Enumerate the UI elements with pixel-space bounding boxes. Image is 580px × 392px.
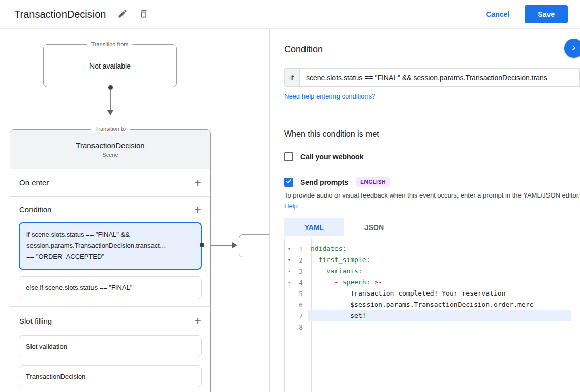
code-line[interactable]: ▾4 - speech: >- — [285, 277, 571, 288]
on-enter-label: On enter — [19, 178, 49, 187]
line-number: 1 — [294, 245, 307, 253]
editor-tabs: YAML JSON — [284, 218, 404, 236]
slot-card[interactable]: TransactionDecision — [19, 365, 202, 387]
code-text: variants: — [308, 266, 571, 277]
code-line[interactable]: 8 — [285, 321, 571, 333]
chevron-right-icon — [569, 43, 579, 54]
send-prompts-label: Send prompts — [300, 178, 348, 186]
code-text: Transaction completed! Your reservation — [308, 288, 571, 299]
webhook-row: Call your webhook — [284, 152, 363, 161]
line-number: 4 — [294, 279, 307, 286]
code-text: - speech: >- — [308, 277, 571, 288]
fold-arrow-icon[interactable]: ▾ — [285, 246, 294, 251]
transition-from-label: Transition from — [87, 41, 133, 47]
send-prompts-row: Send prompts ENGLISH — [284, 177, 390, 187]
slot-filling-label: Slot filling — [19, 317, 52, 325]
checkmark-icon — [285, 178, 292, 187]
on-enter-row: On enter + — [10, 169, 210, 197]
slot-card[interactable]: Slot validation — [19, 335, 202, 357]
fold-arrow-icon[interactable]: ▾ — [285, 280, 294, 285]
code-text — [308, 321, 571, 333]
transition-to-label: Transition to — [91, 126, 130, 132]
line-number: 3 — [294, 268, 307, 275]
line-number: 2 — [294, 256, 307, 264]
topbar-actions: Cancel Save — [486, 5, 568, 23]
transition-from-node[interactable]: Not available — [43, 44, 177, 87]
collapse-panel-button[interactable] — [564, 39, 580, 58]
line-number: 7 — [294, 312, 307, 320]
prompt-help-link[interactable]: Help — [284, 202, 298, 210]
condition-detail-panel: Condition if scene.slots.status == "FINA… — [270, 29, 580, 392]
code-line[interactable]: 5 Transaction completed! Your reservatio… — [285, 288, 571, 299]
code-line[interactable]: ▾1ndidates: — [285, 243, 571, 254]
code-line[interactable]: 6 $session.params.TransactionDecision.or… — [285, 299, 571, 310]
scene-name: TransactionDecision — [76, 141, 144, 150]
code-line[interactable]: 7 set! — [285, 310, 571, 321]
slot-card-text: TransactionDecision — [26, 373, 85, 380]
slot-filling-section-row: Slot filling + — [10, 307, 210, 335]
code-text: $session.params.TransactionDecision.orde… — [308, 299, 571, 310]
page-title: TransactionDecision — [14, 9, 106, 20]
transition-from-content: Not available — [89, 62, 131, 70]
condition-heading: Condition — [284, 44, 323, 55]
line-number: 6 — [294, 301, 307, 309]
code-text: set! — [308, 310, 571, 321]
save-button[interactable]: Save — [525, 5, 568, 23]
edge-arrowhead-icon — [232, 242, 237, 248]
scene-type: Scene — [102, 152, 118, 158]
webhook-label: Call your webhook — [300, 153, 363, 161]
fold-arrow-icon[interactable]: ▾ — [285, 269, 294, 274]
code-lines: ▾1ndidates:▾2- first_simple:▾3 variants:… — [285, 243, 571, 333]
add-condition-button[interactable]: + — [194, 204, 201, 216]
cancel-button[interactable]: Cancel — [486, 10, 509, 18]
code-line[interactable]: ▾3 variants: — [285, 266, 571, 277]
code-text: - first_simple: — [308, 254, 571, 266]
edit-title-button[interactable] — [116, 8, 129, 21]
condition-card-text: else if scene.slots.status == "FINAL" — [26, 284, 132, 291]
prompt-description-text: To provide audio or visual feedback when… — [284, 191, 580, 199]
condition-input-row: if scene.slots.status == "FINAL" && sess… — [284, 68, 580, 87]
condition-card[interactable]: else if scene.slots.status == "FINAL" — [19, 276, 202, 299]
edge-anchor-dot — [200, 243, 204, 247]
condition-help-link[interactable]: Need help entering conditions? — [284, 92, 375, 100]
add-on-enter-button[interactable]: + — [194, 177, 201, 189]
tab-json[interactable]: JSON — [344, 218, 404, 236]
language-badge: ENGLISH — [356, 177, 390, 187]
yaml-code-editor[interactable]: ▾1ndidates:▾2- first_simple:▾3 variants:… — [284, 239, 571, 392]
edge-line — [211, 245, 234, 246]
tab-yaml[interactable]: YAML — [284, 218, 344, 236]
scene-card: TransactionDecision Scene On enter + Con… — [10, 129, 211, 392]
prompt-description: To provide audio or visual feedback when… — [284, 190, 580, 212]
condition-input[interactable]: scene.slots.status == "FINAL" && session… — [299, 68, 580, 87]
trash-icon — [139, 9, 149, 20]
main-area: Transition from Not available Transition… — [0, 29, 580, 392]
add-slot-button[interactable]: + — [194, 315, 201, 327]
panel-divider — [270, 113, 580, 113]
if-prefix: if — [284, 68, 299, 87]
next-scene-node[interactable] — [239, 234, 270, 257]
delete-scene-button[interactable] — [137, 8, 150, 21]
scene-card-header[interactable]: TransactionDecision Scene — [10, 130, 210, 169]
slot-card-text: Slot validation — [26, 343, 67, 350]
when-condition-heading: When this condition is met — [284, 129, 379, 139]
section-divider — [10, 299, 210, 307]
connector-arrowhead-icon — [107, 110, 113, 115]
condition-section-label: Condition — [19, 205, 51, 214]
top-bar: TransactionDecision Cancel Save — [0, 0, 580, 29]
send-prompts-checkbox[interactable] — [284, 178, 293, 187]
pencil-icon — [117, 9, 128, 20]
line-number: 8 — [294, 323, 307, 331]
condition-section-row: Condition + — [10, 197, 210, 222]
line-number: 5 — [294, 290, 307, 298]
code-text: ndidates: — [308, 243, 571, 254]
connector-line — [110, 89, 111, 111]
condition-card-active[interactable]: if scene.slots.status == "FINAL" && sess… — [19, 222, 202, 270]
scene-diagram-panel: Transition from Not available Transition… — [0, 29, 270, 392]
code-line[interactable]: ▾2- first_simple: — [285, 254, 571, 266]
fold-arrow-icon[interactable]: ▾ — [285, 257, 294, 263]
webhook-checkbox[interactable] — [284, 152, 293, 161]
